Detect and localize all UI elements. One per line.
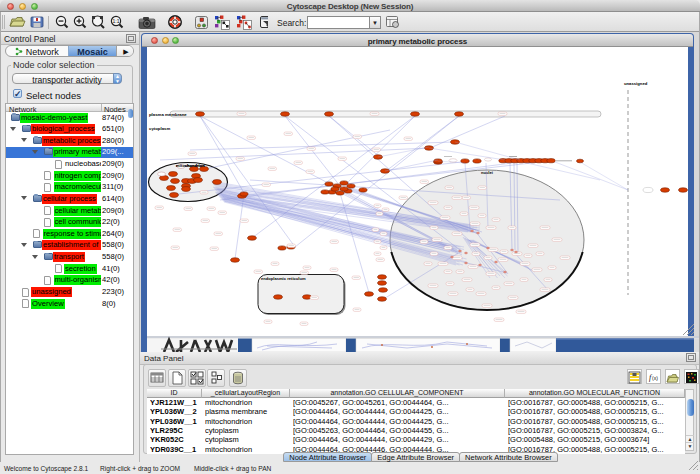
svg-text:unassigned: unassigned: [624, 81, 648, 86]
svg-text:nuclei: nuclei: [481, 170, 493, 175]
svg-text:1:1: 1:1: [113, 18, 120, 24]
svg-text:(x): (x): [652, 375, 658, 381]
svg-text:cytoplasm: cytoplasm: [149, 126, 170, 131]
svg-text:mitochondrion: mitochondrion: [176, 163, 205, 168]
svg-text:endoplasmic reticulum: endoplasmic reticulum: [261, 276, 306, 281]
svg-text:plasma membrane: plasma membrane: [149, 112, 187, 117]
